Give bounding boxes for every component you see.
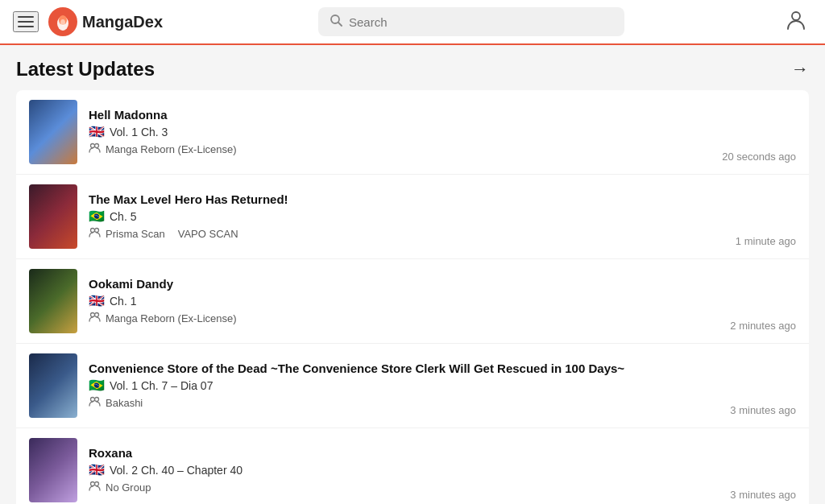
logo-icon	[48, 7, 77, 36]
update-info: Ookami Dandy🇬🇧Ch. 1 Manga Reborn (Ex-Lic…	[89, 277, 719, 325]
group-icon	[89, 480, 101, 494]
group-name[interactable]: Manga Reborn (Ex-License)	[106, 143, 237, 155]
menu-button[interactable]	[13, 11, 39, 32]
language-flag: 🇧🇷	[89, 209, 105, 224]
svg-point-10	[95, 229, 99, 233]
update-info: Roxana🇬🇧Vol. 2 Ch. 40 – Chapter 40 No Gr…	[89, 446, 719, 494]
update-info: The Max Level Hero Has Returned!🇧🇷Ch. 5 …	[89, 192, 724, 241]
update-item: Ookami Dandy🇬🇧Ch. 1 Manga Reborn (Ex-Lic…	[16, 259, 809, 344]
group-name[interactable]: Manga Reborn (Ex-License)	[106, 312, 237, 324]
language-flag: 🇬🇧	[89, 462, 105, 477]
svg-line-5	[338, 23, 342, 26]
svg-point-11	[91, 313, 95, 317]
chapter-line: 🇧🇷Vol. 1 Ch. 7 – Dia 07	[89, 378, 719, 393]
svg-point-15	[91, 482, 95, 486]
language-flag: 🇬🇧	[89, 293, 105, 308]
section-arrow-link[interactable]: →	[791, 59, 809, 80]
svg-point-12	[95, 313, 99, 317]
chapter-line: 🇧🇷Ch. 5	[89, 209, 724, 224]
update-item: Hell Madonna🇬🇧Vol. 1 Ch. 3 Manga Reborn …	[16, 90, 809, 175]
header: MangaDex	[0, 0, 825, 45]
group-icon	[89, 226, 101, 241]
update-item: The Max Level Hero Has Returned!🇧🇷Ch. 5 …	[16, 175, 809, 259]
svg-point-7	[91, 144, 95, 148]
timestamp: 3 minutes ago	[730, 489, 796, 502]
user-icon	[785, 8, 807, 35]
manga-title[interactable]: Ookami Dandy	[89, 277, 719, 291]
manga-cover[interactable]	[29, 438, 77, 502]
search-input[interactable]	[349, 15, 613, 29]
update-item: Convenience Store of the Dead ~The Conve…	[16, 344, 809, 428]
chapter-line: 🇬🇧Vol. 2 Ch. 40 – Chapter 40	[89, 462, 719, 477]
chapter-line: 🇬🇧Vol. 1 Ch. 3	[89, 124, 711, 139]
section-title: Latest Updates	[16, 58, 155, 81]
svg-point-3	[60, 19, 65, 26]
user-button[interactable]	[780, 6, 812, 38]
group-line: Bakashi	[89, 395, 719, 410]
chapter-line: 🇬🇧Ch. 1	[89, 293, 719, 308]
timestamp: 2 minutes ago	[730, 320, 796, 333]
svg-point-14	[95, 398, 99, 402]
manga-title[interactable]: Roxana	[89, 446, 719, 460]
update-info: Hell Madonna🇬🇧Vol. 1 Ch. 3 Manga Reborn …	[89, 108, 711, 156]
language-flag: 🇧🇷	[89, 378, 105, 393]
timestamp: 3 minutes ago	[730, 404, 796, 418]
svg-point-13	[91, 398, 95, 402]
logo-text: MangaDex	[82, 13, 163, 31]
group-icon	[89, 142, 101, 156]
group-line: Prisma Scan VAPO SCAN	[89, 226, 724, 241]
svg-point-16	[95, 482, 99, 486]
chapter-label[interactable]: Vol. 1 Ch. 7 – Dia 07	[110, 379, 213, 392]
svg-point-6	[792, 12, 800, 20]
main-content: Latest Updates → Hell Madonna🇬🇧Vol. 1 Ch…	[0, 45, 825, 504]
search-icon	[330, 14, 342, 30]
svg-point-8	[95, 144, 99, 148]
manga-title[interactable]: The Max Level Hero Has Returned!	[89, 192, 724, 206]
section-header: Latest Updates →	[16, 58, 809, 81]
language-flag: 🇬🇧	[89, 124, 105, 139]
timestamp: 1 minute ago	[736, 235, 796, 249]
group-name[interactable]: VAPO SCAN	[178, 228, 238, 240]
chapter-label[interactable]: Vol. 1 Ch. 3	[110, 126, 168, 138]
manga-title[interactable]: Convenience Store of the Dead ~The Conve…	[89, 361, 719, 375]
group-icon	[89, 395, 101, 410]
chapter-label[interactable]: Vol. 2 Ch. 40 – Chapter 40	[110, 464, 243, 477]
group-line: Manga Reborn (Ex-License)	[89, 311, 719, 325]
manga-cover[interactable]	[29, 353, 77, 418]
svg-point-9	[91, 229, 95, 233]
chapter-label[interactable]: Ch. 1	[110, 295, 136, 308]
group-name[interactable]: Bakashi	[106, 397, 143, 409]
timestamp: 20 seconds ago	[722, 151, 796, 164]
manga-cover[interactable]	[29, 100, 77, 164]
search-bar[interactable]	[318, 7, 624, 36]
chapter-label[interactable]: Ch. 5	[110, 210, 136, 223]
logo[interactable]: MangaDex	[48, 7, 163, 36]
update-info: Convenience Store of the Dead ~The Conve…	[89, 361, 719, 410]
manga-cover[interactable]	[29, 184, 77, 249]
group-line: Manga Reborn (Ex-License)	[89, 142, 711, 156]
search-wrap	[172, 7, 770, 36]
group-name[interactable]: Prisma Scan	[106, 228, 165, 240]
manga-title[interactable]: Hell Madonna	[89, 108, 711, 122]
group-icon	[89, 311, 101, 325]
group-line: No Group	[89, 480, 719, 494]
group-name[interactable]: No Group	[106, 481, 151, 494]
updates-list: Hell Madonna🇬🇧Vol. 1 Ch. 3 Manga Reborn …	[16, 90, 809, 504]
manga-cover[interactable]	[29, 269, 77, 333]
update-item: Roxana🇬🇧Vol. 2 Ch. 40 – Chapter 40 No Gr…	[16, 428, 809, 504]
